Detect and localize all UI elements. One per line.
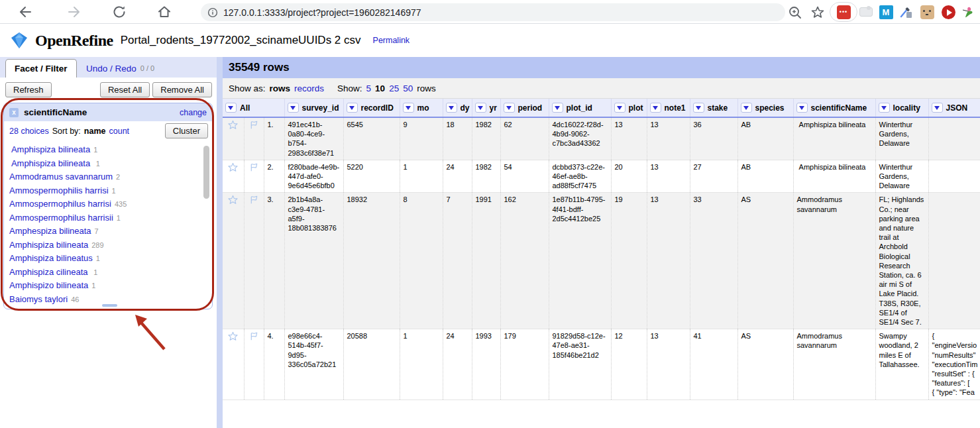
cell-recordid[interactable]: 20588	[343, 329, 400, 400]
column-dropdown-icon[interactable]	[403, 103, 414, 113]
facet-choice-link[interactable]: Amphispizo bilineata	[9, 280, 88, 290]
cell-json[interactable]	[928, 160, 980, 193]
robot-box-extension-icon[interactable]	[920, 5, 934, 19]
all-dropdown-icon[interactable]	[225, 103, 237, 113]
column-dropdown-icon[interactable]	[288, 103, 299, 113]
refresh-button[interactable]: Refresh	[5, 82, 52, 97]
cell-mo[interactable]: 1	[400, 160, 443, 193]
cell-stake[interactable]: 27	[690, 160, 737, 193]
column-dropdown-icon[interactable]	[932, 103, 943, 113]
flag-cell[interactable]	[244, 193, 264, 329]
password-manager-extension-icon[interactable]: •••	[837, 5, 851, 19]
facet-choice-link[interactable]: Amphispiza bilineatus	[9, 253, 93, 263]
eyedropper-extension-icon[interactable]	[898, 5, 913, 19]
cell-species[interactable]: AB	[737, 117, 793, 160]
bookmark-star-icon[interactable]	[810, 5, 826, 21]
cell-json[interactable]: { "engineVersio "numResults" "executionT…	[928, 329, 980, 400]
cluster-button[interactable]: Cluster	[165, 123, 208, 138]
cell-period[interactable]: 162	[500, 193, 549, 329]
cell-locality[interactable]: Winterthur Gardens, Delaware	[875, 160, 928, 193]
facet-choice-link[interactable]: Amphispiza bilineata	[9, 158, 93, 168]
home-icon[interactable]	[156, 4, 172, 20]
cell-note1[interactable]: 13	[647, 193, 690, 329]
column-dropdown-icon[interactable]	[347, 103, 358, 113]
cell-locality[interactable]: Winterthur Gardens, Delaware	[875, 117, 928, 160]
cell-survey-id[interactable]: f280bade-4e9b-447d-afe0-9e6d45e6bfb0	[284, 160, 343, 193]
cell-note1[interactable]: 13	[647, 329, 690, 400]
page-size-10[interactable]: 10	[375, 83, 385, 93]
flag-cell[interactable]	[244, 117, 264, 160]
show-as-records[interactable]: records	[294, 83, 324, 93]
cell-dy[interactable]: 24	[443, 160, 472, 193]
cell-scientificname[interactable]: Ammodramus savannarum	[793, 193, 875, 329]
cell-json[interactable]	[928, 117, 980, 160]
facet-choice-link[interactable]: Ammodramus savannarum	[9, 172, 113, 182]
facet-choice-link[interactable]: Amphispiza cilineata	[9, 267, 90, 277]
facet-vertical-scrollbar[interactable]	[203, 146, 209, 199]
cell-plot-id[interactable]: 91829d58-c12e-47e8-ae31-185f46be21d2	[549, 329, 611, 400]
cell-json[interactable]	[928, 193, 980, 329]
page-size-5[interactable]: 5	[366, 83, 372, 93]
cell-species[interactable]: AB	[737, 160, 793, 193]
facet-choices-count-link[interactable]: 28 choices	[9, 127, 49, 136]
column-dropdown-icon[interactable]	[504, 103, 515, 113]
facet-choice-link[interactable]: Amphispiza bilineata	[9, 144, 90, 154]
cell-scientificname[interactable]: Amphispiza bilineata	[793, 117, 875, 160]
facet-choice-link[interactable]: Baiomys taylori	[9, 294, 68, 304]
cell-note1[interactable]: 13	[647, 117, 690, 160]
cell-dy[interactable]: 24	[443, 329, 472, 400]
facet-choice-link[interactable]: Ammospermophilus harrisii	[9, 213, 113, 223]
facet-choice-link[interactable]: Ammospermophilus harrisi	[9, 199, 111, 209]
sort-by-name[interactable]: name	[84, 127, 106, 136]
tab-facet-filter[interactable]: Facet / Filter	[5, 59, 77, 78]
cell-stake[interactable]: 41	[690, 329, 737, 400]
zoom-icon[interactable]	[787, 5, 803, 21]
sort-by-count[interactable]: count	[109, 127, 130, 136]
cell-yr[interactable]: 1991	[472, 193, 500, 329]
cell-stake[interactable]: 33	[690, 193, 737, 329]
remove-all-button[interactable]: Remove All	[152, 82, 212, 97]
cell-period[interactable]: 62	[500, 117, 549, 160]
info-icon[interactable]	[207, 7, 218, 18]
cell-period[interactable]: 54	[500, 160, 549, 193]
cell-plot-id[interactable]: 1e87b11b-4795-4f41-bdff-2d5c4412be25	[549, 193, 611, 329]
page-size-25[interactable]: 25	[389, 83, 399, 93]
column-dropdown-icon[interactable]	[796, 103, 808, 113]
facet-choice-link[interactable]: Amphespiza bilineata	[9, 226, 91, 236]
cell-locality[interactable]: FL; Highlands Co.; near parking area and…	[875, 193, 928, 329]
facet-choice-link[interactable]: Ammospermophilis harrisi	[9, 186, 109, 195]
facet-change-link[interactable]: change	[180, 108, 207, 117]
notes-extension-icon[interactable]	[859, 5, 873, 19]
back-icon[interactable]	[17, 4, 33, 20]
cell-recordid[interactable]: 18932	[343, 193, 400, 329]
cell-survey-id[interactable]: e98e66c4-514b-45f7-9d95-336c05a72b21	[284, 329, 343, 400]
cell-survey-id[interactable]: 491ec41b-0a80-4ce9-b754-2983c6f38e71	[284, 117, 343, 160]
cell-plot-id[interactable]: dcbbd373-c22e-46ef-ae8b-ad88f5cf7475	[549, 160, 611, 193]
show-as-rows[interactable]: rows	[270, 83, 291, 93]
column-dropdown-icon[interactable]	[650, 103, 661, 113]
cell-mo[interactable]: 9	[400, 117, 443, 160]
permalink-link[interactable]: Permalink	[373, 36, 410, 45]
column-dropdown-icon[interactable]	[693, 103, 704, 113]
facet-close-icon[interactable]: x	[9, 108, 19, 117]
flag-cell[interactable]	[244, 329, 264, 400]
column-dropdown-icon[interactable]	[552, 103, 563, 113]
cell-plot[interactable]: 20	[611, 160, 647, 193]
facet-horizontal-scrollbar[interactable]	[102, 304, 117, 307]
star-cell[interactable]	[223, 160, 244, 193]
column-dropdown-icon[interactable]	[879, 103, 890, 113]
cell-yr[interactable]: 1993	[472, 329, 500, 400]
cell-dy[interactable]: 18	[443, 117, 472, 160]
cell-scientificname[interactable]: Amphispiza bilineata	[793, 160, 875, 193]
video-player-extension-icon[interactable]	[941, 5, 955, 19]
cell-mo[interactable]: 8	[400, 193, 443, 329]
tab-undo-redo[interactable]: Undo / Redo 0 / 0	[86, 59, 154, 78]
column-dropdown-icon[interactable]	[741, 103, 752, 113]
hummingbird-extension-icon[interactable]	[961, 5, 975, 19]
cell-locality[interactable]: Swampy woodland, 2 miles E of Tallahasse…	[875, 329, 928, 400]
cell-yr[interactable]: 1982	[472, 117, 500, 160]
column-dropdown-icon[interactable]	[475, 103, 486, 113]
cell-recordid[interactable]: 6545	[343, 117, 400, 160]
undo-redo-link[interactable]: Undo / Redo	[86, 64, 136, 74]
column-dropdown-icon[interactable]	[614, 103, 626, 113]
